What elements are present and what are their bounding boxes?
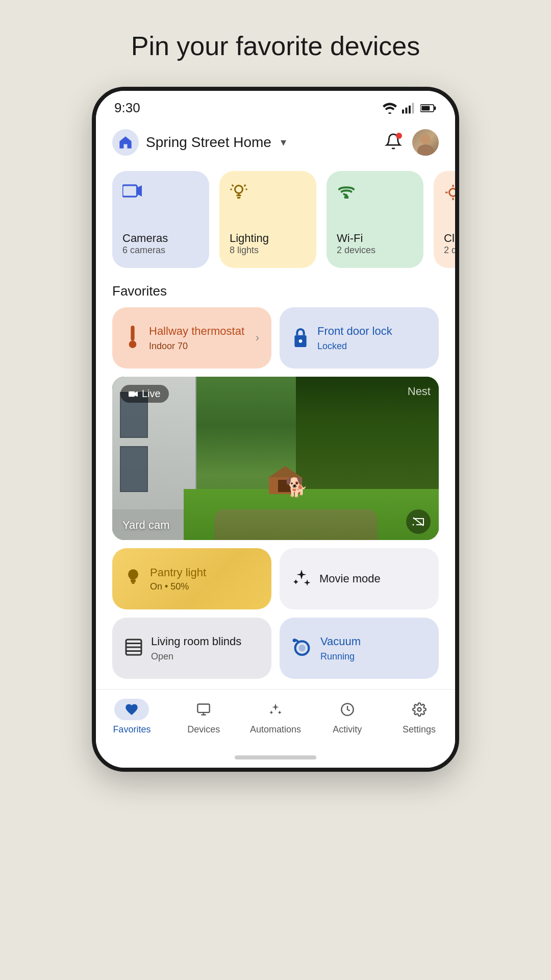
svg-rect-1 — [406, 107, 408, 113]
wifi-icon — [337, 183, 413, 201]
wifi-sub: 2 devices — [337, 245, 413, 256]
pantry-title: Pantry light — [150, 566, 206, 579]
category-card-wifi[interactable]: Wi-Fi 2 devices — [327, 171, 423, 268]
status-time: 9:30 — [114, 100, 140, 116]
nav-devices-bg — [186, 699, 221, 720]
nav-item-settings[interactable]: Settings — [383, 699, 455, 735]
vacuum-card[interactable]: Vacuum Running — [280, 618, 439, 679]
svg-marker-31 — [135, 391, 138, 397]
blinds-icon — [124, 638, 143, 658]
category-card-cameras[interactable]: Cameras 6 cameras — [112, 171, 209, 268]
notification-dot — [396, 133, 402, 139]
movie-mode-card[interactable]: Movie mode — [280, 548, 439, 609]
favorite-frontdoor-card[interactable]: Front door lock Locked — [280, 307, 439, 369]
nav-devices-label: Devices — [187, 724, 220, 735]
svg-point-48 — [417, 708, 421, 712]
lighting-icon — [230, 183, 306, 204]
live-badge: Live — [120, 385, 169, 403]
lock-icon — [292, 327, 309, 349]
favorites-row: Hallway thermostat Indoor 70 › Front doo… — [96, 307, 455, 377]
avatar[interactable] — [412, 129, 439, 156]
wifi-status-icon — [383, 103, 397, 114]
blinds-card[interactable]: Living room blinds Open — [112, 618, 271, 679]
home-bar — [235, 755, 316, 760]
app-header: Spring Street Home ▾ — [96, 121, 455, 166]
pantry-text: Pantry light On • 50% — [150, 566, 206, 592]
battery-icon — [420, 104, 437, 113]
home-icon — [118, 135, 133, 150]
svg-rect-2 — [409, 105, 411, 113]
avatar-image — [412, 129, 439, 156]
nav-automations-label: Automations — [250, 724, 301, 735]
cameras-icon — [122, 183, 199, 201]
yard-cam-label: Yard cam — [122, 519, 170, 532]
live-text: Live — [142, 388, 161, 400]
vacuum-title: Vacuum — [320, 634, 361, 649]
svg-point-26 — [129, 340, 137, 348]
camera-feed[interactable]: 🐕 Live Nest Yard cam — [112, 377, 439, 540]
vacuum-sub: Running — [320, 651, 361, 662]
svg-rect-3 — [412, 103, 414, 113]
favorites-nav-icon — [124, 702, 139, 717]
svg-line-16 — [244, 185, 246, 186]
nav-item-devices[interactable]: Devices — [168, 699, 240, 735]
phone-shell: 9:30 — [92, 87, 459, 772]
home-selector[interactable]: Spring Street Home ▾ — [112, 129, 286, 156]
nest-badge: Nest — [408, 385, 431, 398]
nav-item-automations[interactable]: Automations — [240, 699, 312, 735]
nav-activity-bg — [330, 699, 365, 720]
chevron-down-icon: ▾ — [281, 136, 286, 149]
blinds-title: Living room blinds — [151, 634, 241, 649]
svg-point-20 — [449, 189, 456, 197]
vacuum-text: Vacuum Running — [320, 634, 361, 662]
svg-rect-35 — [131, 579, 136, 582]
thermostat-title: Hallway thermostat — [149, 324, 247, 339]
svg-point-8 — [417, 144, 434, 156]
svg-point-7 — [420, 134, 431, 144]
camera-icon — [129, 390, 138, 398]
svg-line-15 — [232, 185, 234, 186]
svg-rect-36 — [132, 582, 135, 583]
automations-nav-icon — [268, 702, 283, 717]
thermostat-icon — [124, 326, 141, 350]
svg-point-42 — [298, 645, 305, 651]
header-actions — [385, 129, 439, 156]
no-cast-icon[interactable] — [406, 509, 431, 534]
sparkles-icon — [292, 568, 311, 590]
pantry-light-card[interactable]: Pantry light On • 50% — [112, 548, 271, 609]
thermostat-sub: Indoor 70 — [149, 341, 247, 352]
wifi-name: Wi-Fi — [337, 232, 413, 245]
frontdoor-title: Front door lock — [317, 324, 427, 339]
svg-rect-44 — [198, 704, 210, 713]
svg-rect-30 — [129, 391, 135, 397]
categories-scroll[interactable]: Cameras 6 cameras Lighting — [96, 166, 455, 278]
bottom-nav: Favorites Devices Automation — [96, 689, 455, 750]
blinds-sub: Open — [151, 651, 241, 662]
page-title: Pin your favorite devices — [131, 31, 420, 61]
home-icon-bg — [112, 129, 139, 156]
nav-item-activity[interactable]: Activity — [311, 699, 383, 735]
nav-activity-label: Activity — [333, 724, 362, 735]
favorite-thermostat-card[interactable]: Hallway thermostat Indoor 70 › — [112, 307, 271, 369]
lower-row: Pantry light On • 50% Movie mode — [96, 548, 455, 618]
category-card-lighting[interactable]: Lighting 8 lights — [219, 171, 316, 268]
frontdoor-sub: Locked — [317, 341, 427, 352]
nav-item-favorites[interactable]: Favorites — [96, 699, 168, 735]
nav-favorites-label: Favorites — [113, 724, 151, 735]
nav-favorites-bg — [114, 699, 149, 720]
settings-nav-icon — [412, 702, 427, 717]
category-card-extra[interactable]: Climate 2 devices — [434, 171, 455, 268]
status-icons — [383, 103, 437, 114]
blinds-text: Living room blinds Open — [151, 634, 241, 662]
status-bar: 9:30 — [96, 91, 455, 121]
camera-scene: 🐕 Live Nest Yard cam — [112, 377, 439, 540]
bell-container[interactable] — [385, 133, 402, 152]
frontdoor-text: Front door lock Locked — [317, 324, 427, 352]
phone-home-indicator — [96, 750, 455, 768]
lighting-name: Lighting — [230, 232, 306, 245]
chevron-right-icon: › — [256, 331, 259, 345]
svg-rect-5 — [434, 106, 436, 110]
nav-settings-bg — [402, 699, 437, 720]
movie-text: Movie mode — [319, 572, 381, 585]
movie-title: Movie mode — [319, 572, 381, 585]
